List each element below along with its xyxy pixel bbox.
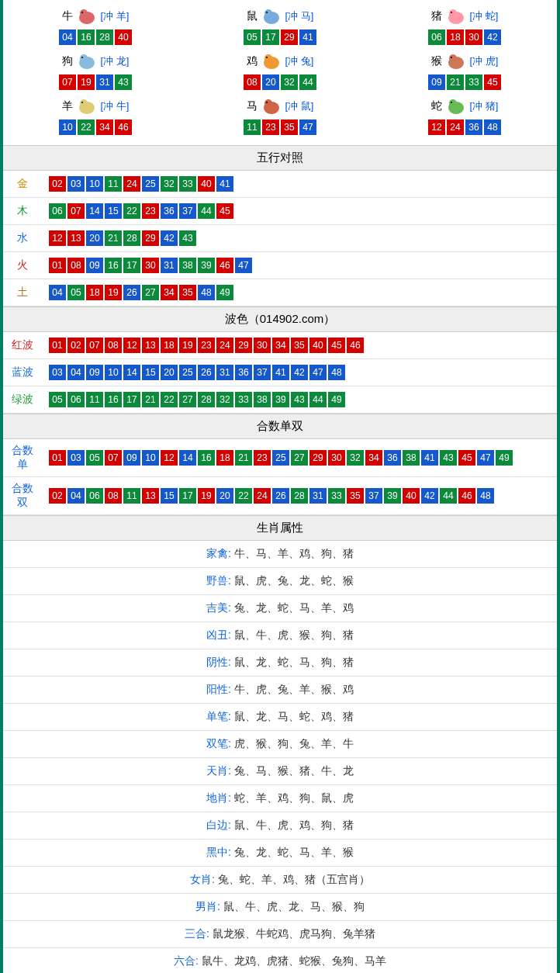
number-chip: 18 (447, 29, 464, 45)
number-chip: 28 (96, 29, 113, 45)
svg-point-1 (80, 9, 88, 17)
number-chip: 31 (216, 365, 233, 380)
number-chip: 35 (347, 488, 364, 504)
number-chip: 26 (123, 285, 140, 300)
number-chip: 21 (447, 74, 464, 90)
attr-label: 女肖: (190, 873, 218, 885)
number-chip: 01 (49, 450, 66, 466)
attr-label: 六合: (174, 954, 202, 967)
number-chip: 34 (365, 450, 382, 466)
number-chip: 03 (49, 365, 66, 380)
number-chip: 10 (59, 119, 76, 135)
number-chip: 46 (115, 119, 132, 135)
number-chip: 30 (465, 29, 482, 45)
number-chip: 40 (403, 488, 420, 504)
row-label: 土 (3, 279, 42, 306)
number-chip: 26 (272, 488, 289, 504)
attr-value: 蛇、羊、鸡、狗、鼠、虎 (234, 791, 354, 804)
number-chip: 10 (105, 365, 122, 380)
number-chip: 04 (59, 29, 76, 45)
number-chip: 34 (161, 285, 178, 300)
number-chip: 16 (105, 258, 122, 273)
row-label: 绿波 (3, 386, 42, 414)
number-chip: 12 (49, 230, 66, 246)
row-numbers: 0108091617303138394647 (42, 252, 557, 279)
number-chip: 29 (281, 29, 298, 45)
number-chip: 47 (299, 119, 316, 135)
zodiac-cell: 羊[冲 牛]10223446 (3, 94, 188, 139)
attr-row: 家禽: 牛、马、羊、鸡、狗、猪 (3, 541, 557, 568)
number-chip: 25 (179, 365, 196, 380)
number-chip: 20 (161, 365, 178, 380)
horse-icon (259, 97, 284, 116)
attr-row: 阴性: 鼠、龙、蛇、马、狗、猪 (3, 649, 557, 677)
attr-value: 鼠、虎、兔、龙、蛇、猴 (234, 574, 354, 587)
number-chip: 08 (244, 74, 261, 90)
number-chip: 13 (142, 488, 159, 504)
bose-table: 红波0102070812131819232429303435404546蓝波03… (3, 332, 557, 414)
bose-header: 波色（014902.com） (3, 306, 557, 332)
attr-value: 牛、马、羊、鸡、狗、猪 (234, 547, 354, 559)
number-chip: 28 (123, 230, 140, 246)
number-chip: 40 (198, 176, 215, 192)
zodiac-clash: [冲 羊] (101, 9, 130, 23)
svg-point-11 (81, 57, 83, 58)
attr-label: 凶丑: (206, 628, 234, 641)
row-numbers: 0204060811131517192022242628313335373940… (42, 477, 557, 515)
number-chip: 25 (142, 176, 159, 192)
number-chip: 02 (49, 176, 66, 192)
number-chip: 27 (179, 392, 196, 407)
number-chip: 48 (477, 488, 494, 504)
attr-label: 双笔: (206, 737, 234, 750)
number-chip: 17 (179, 488, 196, 504)
number-chip: 09 (86, 365, 103, 380)
zodiac-numbers: 05172941 (188, 29, 372, 46)
number-chip: 21 (142, 392, 159, 407)
number-chip: 39 (198, 258, 215, 273)
number-chip: 42 (161, 230, 178, 246)
number-chip: 25 (272, 450, 289, 466)
attr-label: 野兽: (206, 574, 234, 587)
rooster-icon (259, 52, 284, 71)
attr-label: 地肖: (206, 791, 234, 804)
number-chip: 30 (328, 450, 345, 466)
number-chip: 36 (384, 450, 401, 466)
number-chip: 31 (309, 488, 327, 504)
number-chip: 46 (458, 488, 475, 504)
attr-row: 凶丑: 鼠、牛、虎、猴、狗、猪 (3, 622, 557, 649)
number-chip: 44 (299, 74, 316, 90)
number-chip: 41 (216, 176, 233, 192)
number-chip: 43 (115, 74, 132, 90)
number-chip: 23 (254, 450, 271, 466)
number-chip: 26 (198, 365, 215, 380)
number-chip: 37 (365, 488, 382, 504)
number-chip: 01 (49, 258, 66, 273)
number-chip: 07 (86, 338, 103, 353)
table-row: 木06071415222336374445 (3, 198, 557, 225)
attr-value: 鼠、牛、虎、龙、马、猴、狗 (223, 900, 365, 912)
row-numbers: 1213202128294243 (42, 225, 557, 252)
number-chip: 10 (142, 450, 159, 466)
zodiac-name: 猴 (431, 54, 442, 68)
attr-row: 男肖: 鼠、牛、虎、龙、马、猴、狗 (3, 894, 557, 921)
number-chip: 42 (484, 29, 501, 45)
number-chip: 19 (179, 338, 196, 353)
number-chip: 37 (254, 365, 271, 380)
number-chip: 13 (67, 230, 85, 246)
number-chip: 42 (291, 365, 308, 380)
number-chip: 06 (67, 392, 85, 407)
number-chip: 34 (96, 119, 113, 135)
attr-label: 阴性: (206, 656, 234, 668)
number-chip: 16 (105, 392, 122, 407)
attr-value: 兔、蛇、羊、鸡、猪（五宫肖） (218, 873, 370, 885)
number-chip: 46 (347, 338, 364, 353)
zodiac-numbers: 04162840 (3, 29, 188, 46)
attr-row: 吉美: 兔、龙、蛇、马、羊、鸡 (3, 595, 557, 622)
svg-point-26 (451, 102, 452, 103)
table-row: 蓝波03040910141520252631363741424748 (3, 359, 557, 386)
attr-value: 兔、马、猴、猪、牛、龙 (234, 764, 354, 777)
number-chip: 48 (198, 285, 215, 300)
attr-label: 黑中: (206, 846, 234, 858)
table-row: 金02031011242532334041 (3, 171, 557, 198)
zodiac-numbers: 08203244 (188, 74, 372, 91)
